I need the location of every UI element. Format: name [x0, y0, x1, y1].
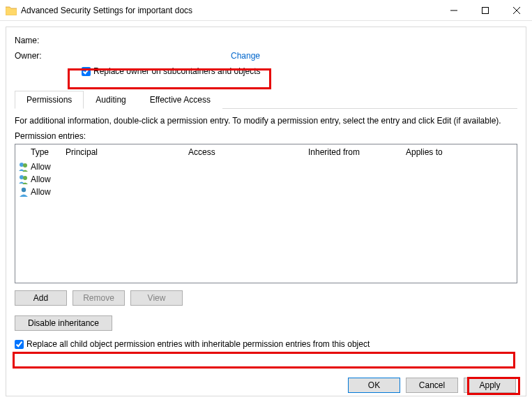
owner-label: Owner:	[15, 51, 70, 61]
owner-row: Owner: Change	[15, 51, 517, 61]
view-button[interactable]: View	[130, 290, 183, 306]
remove-button[interactable]: Remove	[73, 290, 125, 306]
svg-point-8	[22, 188, 26, 192]
replace-owner-label: Replace owner on subcontainers and objec…	[93, 66, 260, 76]
table-row[interactable]: Allow	[15, 161, 517, 173]
permission-entries-grid[interactable]: Type Principal Access Inherited from App…	[15, 144, 517, 283]
col-type[interactable]: Type	[31, 147, 66, 157]
dialog-body: Name: Owner: Change Replace owner on sub…	[6, 27, 526, 396]
table-row[interactable]: Allow	[15, 186, 517, 198]
group-icon	[18, 161, 31, 172]
replace-child-checkbox[interactable]	[15, 340, 24, 349]
svg-rect-1	[482, 7, 488, 13]
maximize-button[interactable]	[469, 0, 501, 21]
info-text: For additional information, double-click…	[15, 116, 517, 126]
replace-child-label: Replace all child object permission entr…	[26, 339, 370, 349]
minimize-button[interactable]	[438, 0, 469, 21]
grid-header: Type Principal Access Inherited from App…	[15, 144, 517, 161]
col-applies[interactable]: Applies to	[406, 147, 517, 157]
svg-point-6	[20, 175, 24, 179]
entry-type: Allow	[31, 162, 66, 172]
table-row[interactable]: Allow	[15, 173, 517, 186]
add-button[interactable]: Add	[15, 290, 67, 306]
col-principal[interactable]: Principal	[66, 147, 188, 157]
folder-icon	[6, 6, 17, 15]
entry-type: Allow	[31, 174, 66, 184]
svg-point-7	[23, 176, 27, 180]
col-access[interactable]: Access	[188, 147, 308, 157]
user-icon	[18, 186, 31, 198]
tab-effective-access[interactable]: Effective Access	[138, 91, 222, 109]
svg-point-4	[20, 163, 24, 167]
ok-button[interactable]: OK	[348, 378, 400, 393]
close-button[interactable]	[501, 0, 532, 21]
group-icon	[18, 174, 31, 185]
apply-button[interactable]: Apply	[464, 378, 516, 393]
tab-permissions[interactable]: Permissions	[15, 91, 84, 109]
entry-buttons: Add Remove View	[15, 290, 517, 306]
window-title: Advanced Security Settings for important…	[21, 6, 438, 15]
footer-buttons: OK Cancel Apply	[348, 378, 516, 393]
tab-strip: Permissions Auditing Effective Access	[15, 90, 517, 109]
entries-label: Permission entries:	[15, 131, 517, 141]
entry-type: Allow	[31, 187, 66, 197]
replace-child-row: Replace all child object permission entr…	[15, 339, 517, 349]
disable-inheritance-button[interactable]: Disable inheritance	[15, 315, 112, 331]
titlebar: Advanced Security Settings for important…	[0, 0, 532, 21]
name-row: Name:	[15, 36, 517, 45]
replace-owner-row: Replace owner on subcontainers and objec…	[82, 66, 517, 76]
cancel-button[interactable]: Cancel	[406, 378, 458, 393]
svg-point-5	[23, 163, 27, 168]
tab-auditing[interactable]: Auditing	[84, 91, 137, 109]
name-label: Name:	[15, 36, 70, 45]
change-owner-link[interactable]: Change	[231, 51, 260, 61]
col-inherited[interactable]: Inherited from	[308, 147, 406, 157]
replace-owner-checkbox[interactable]	[82, 67, 91, 76]
